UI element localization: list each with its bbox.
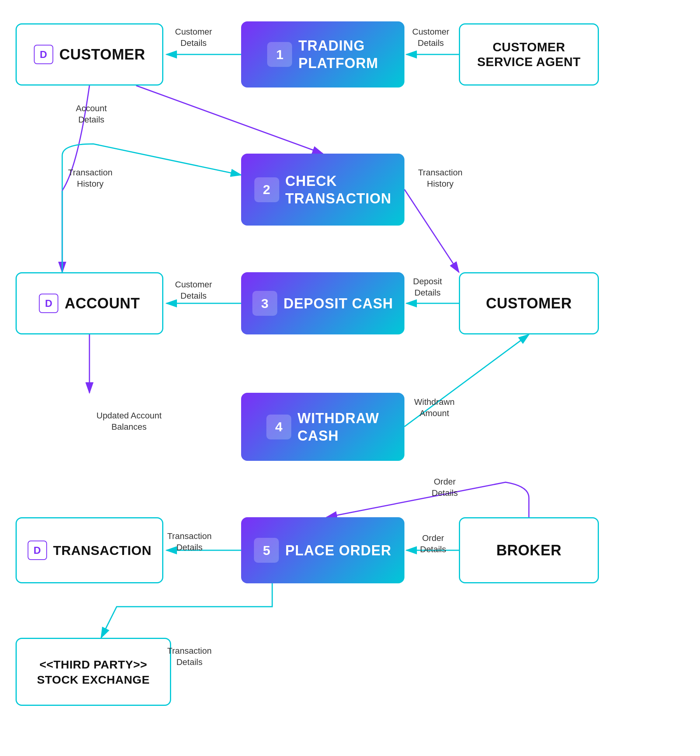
place-order-node: 5 PLACE ORDER: [241, 517, 404, 583]
transaction-node: D TRANSACTION: [16, 517, 163, 583]
customer-top-d-badge: D: [34, 45, 53, 64]
transaction-d-badge: D: [28, 541, 47, 560]
customer-service-agent-node: CUSTOMERSERVICE AGENT: [459, 23, 599, 86]
deposit-cash-label: DEPOSIT CASH: [284, 295, 393, 312]
label-updated-balances: Updated AccountBalances: [96, 410, 162, 432]
check-transaction-node: 2 CHECKTRANSACTION: [241, 154, 404, 226]
label-transaction-history-left: TransactionHistory: [68, 167, 112, 189]
broker-label: BROKER: [496, 542, 562, 559]
label-customer-details-3: CustomerDetails: [175, 279, 212, 301]
svg-line-5: [404, 189, 459, 272]
customer-service-agent-label: CUSTOMERSERVICE AGENT: [477, 40, 581, 70]
deposit-cash-node: 3 DEPOSIT CASH: [241, 272, 404, 334]
label-transaction-details-2: TransactionDetails: [167, 646, 212, 668]
label-order-details-right: OrderDetails: [420, 533, 446, 555]
customer-top-node: D CUSTOMER: [16, 23, 163, 86]
trading-platform-node: 1 TRADINGPLATFORM: [241, 21, 404, 88]
withdraw-cash-label: WITHDRAWCASH: [298, 410, 379, 444]
deposit-cash-number: 3: [252, 291, 277, 316]
place-order-number: 5: [254, 538, 279, 563]
account-node: D ACCOUNT: [16, 272, 163, 334]
third-party-node: <<THIRD PARTY>>STOCK EXCHANGE: [16, 638, 171, 706]
transaction-label: TRANSACTION: [53, 543, 152, 558]
check-transaction-number: 2: [254, 177, 279, 202]
label-transaction-history-right: TransactionHistory: [418, 167, 462, 189]
withdraw-cash-node: 4 WITHDRAWCASH: [241, 393, 404, 461]
withdraw-cash-number: 4: [266, 415, 291, 439]
label-deposit-details: DepositDetails: [413, 276, 442, 298]
label-withdrawn-amount: WithdrawnAmount: [414, 397, 455, 419]
place-order-label: PLACE ORDER: [285, 542, 391, 559]
check-transaction-label: CHECKTRANSACTION: [285, 172, 392, 207]
label-transaction-details-1: TransactionDetails: [167, 531, 212, 553]
label-order-details-top: OrderDetails: [432, 476, 458, 499]
label-customer-details-2: CustomerDetails: [412, 26, 449, 49]
label-account-details: AccountDetails: [76, 103, 107, 125]
diagram-container: D CUSTOMER 1 TRADINGPLATFORM CUSTOMERSER…: [0, 0, 700, 756]
customer-top-label: CUSTOMER: [60, 46, 145, 63]
customer-mid-node: CUSTOMER: [459, 272, 599, 334]
third-party-label: <<THIRD PARTY>>STOCK EXCHANGE: [37, 657, 150, 687]
customer-mid-label: CUSTOMER: [486, 295, 572, 312]
trading-platform-label: TRADINGPLATFORM: [298, 37, 378, 72]
trading-platform-number: 1: [267, 42, 292, 67]
account-label: ACCOUNT: [65, 295, 140, 312]
label-customer-details-1: CustomerDetails: [175, 26, 212, 49]
account-d-badge: D: [39, 294, 58, 313]
broker-node: BROKER: [459, 517, 599, 583]
